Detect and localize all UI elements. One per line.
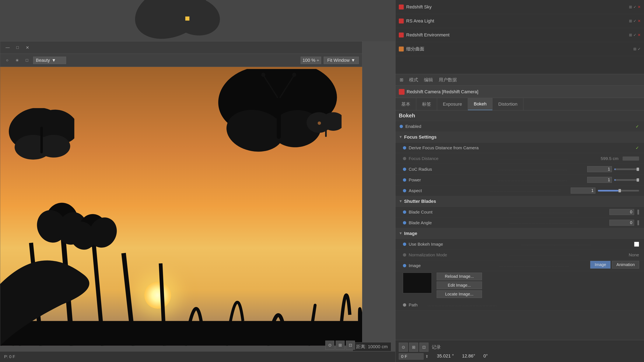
render-image-area [0,67,362,346]
power-slider-track[interactable] [614,179,639,181]
animation-btn[interactable]: Animation [612,261,639,268]
restore-button[interactable]: □ [14,44,21,51]
image-row: Image ..................................… [396,260,644,271]
focus-distance-value: 599.5 cm [590,156,618,161]
path-row: Path ...................................… [396,300,644,310]
minimize-button[interactable]: — [4,44,11,51]
scene-vis-light[interactable]: ⊞ [629,19,632,23]
edit-image-btn[interactable]: Edit Image... [437,282,482,289]
prop-mode-btn[interactable]: 模式 [408,76,420,84]
tab-bokeh[interactable]: Bokeh [468,98,492,110]
image-section-title: Image [404,231,417,236]
enabled-checkmark[interactable]: ✓ [636,124,639,129]
tab-distortion[interactable]: Distortion [492,98,523,110]
frame-input[interactable] [399,353,424,360]
use-bokeh-checkbox[interactable] [634,242,639,247]
properties-toolbar: ⊞ 模式 编辑 用户数据 [396,74,644,86]
prop-userdata-btn[interactable]: 用户数据 [437,76,458,84]
power-input[interactable] [587,177,612,183]
image-type-buttons: Image Animation [590,261,639,268]
tab-basic[interactable]: 基本 [396,98,416,110]
scene-label-sub: 细分曲面 [406,46,631,52]
use-bokeh-image-row: Use Bokeh Image ........................… [396,239,644,250]
normalization-value: None [610,252,639,258]
svg-rect-33 [0,321,362,346]
aspect-label: Aspect [409,188,487,193]
coc-radius-row: CoC Radius .............................… [396,164,644,174]
locate-image-btn[interactable]: Locate Image... [437,290,482,298]
tab-tag[interactable]: 标签 [416,98,437,110]
scene-item-redshift-env[interactable]: Redshift Environment ⊞ ✓ ✕ [396,28,644,42]
image-section-header[interactable]: ▼ Image [396,228,644,239]
derive-focus-label: Derive Focus Distance from Camera [409,146,633,150]
render-window-titlebar: — □ ✕ [0,42,362,54]
blade-angle-label: Blade Angle [409,220,507,225]
beauty-dropdown[interactable]: Beauty ▼ [33,57,66,64]
scene-vis-env[interactable]: ⊞ [629,33,632,37]
focus-distance-row: Focus Distance .........................… [396,153,644,164]
scene-vis-sub[interactable]: ⊞ [633,47,636,51]
viewport-top-area [0,0,395,41]
right-panel: Redshift Sky ⊞ ✓ ✕ RS Area Light ⊞ ✓ ✕ R… [395,0,644,362]
shutter-blades-header[interactable]: ▼ Shutter Blades [396,196,644,207]
blade-count-stepper-up[interactable] [638,210,639,214]
frame-stepper[interactable]: ⬆ [425,354,429,359]
scene-actions-env: ⊞ ✓ ✕ [629,33,641,37]
render-toolbar: ○ ✳ □ Beauty ▼ 100 % ÷ Fit Window ▼ [0,54,362,67]
blade-count-row: Blade Count ............................… [396,207,644,218]
scene-item-subdivision[interactable]: 细分曲面 ⊞ ✓ [396,42,644,56]
scene-del-sky[interactable]: ✕ [638,5,641,9]
frame-icon-1[interactable]: ⊙ [325,340,334,350]
bottom-icon-3[interactable]: ⊡ [420,343,428,352]
frame-icon-2[interactable]: ⊞ [336,340,345,350]
aspect-input[interactable] [571,188,596,194]
use-bokeh-indicator [403,242,406,246]
bottom-icon-1[interactable]: ⊙ [399,343,408,352]
window-controls: — □ ✕ [4,44,31,51]
aspect-slider-track[interactable] [598,190,639,192]
path-label: Path [409,302,425,308]
focus-settings-header[interactable]: ▼ Focus Settings [396,132,644,142]
aspect-dots: ........................................… [490,189,568,192]
scene-check-sub: ✓ [638,47,641,51]
derive-focus-checkmark[interactable]: ✓ [636,146,639,150]
toolbar-icon-3[interactable]: □ [23,57,31,64]
bottom-icon-2[interactable]: ⊞ [409,343,418,352]
image-dots: ........................................… [500,264,588,267]
blade-angle-input[interactable] [610,220,634,226]
prop-toolbar-grid[interactable]: ⊞ [398,76,405,84]
size-label: 距离: 10000 cm [353,342,391,351]
focus-distance-label: Focus Distance [409,156,497,161]
viewport: — □ ✕ ○ ✳ □ Beauty ▼ 100 % ÷ Fit Window … [0,0,395,362]
scene-item-redshift-sky[interactable]: Redshift Sky ⊞ ✓ ✕ [396,0,644,14]
image-btn[interactable]: Image [590,261,610,268]
reload-image-btn[interactable]: Reload Image... [437,273,482,280]
coc-radius-label: CoC Radius [409,167,496,172]
blade-angle-row: Blade Angle ............................… [396,218,644,228]
image-preview-thumbnail[interactable] [403,273,432,293]
scene-del-light[interactable]: ✕ [638,19,641,23]
tab-exposure[interactable]: Exposure [437,98,468,110]
scene-del-env[interactable]: ✕ [638,33,641,37]
close-button[interactable]: ✕ [24,44,31,51]
shutter-blades-title: Shutter Blades [404,199,436,204]
blade-count-input[interactable] [610,209,634,215]
blade-count-dots: ........................................… [509,210,607,214]
toolbar-icon-2[interactable]: ✳ [14,57,21,64]
scene-vis-sky[interactable]: ⊞ [629,5,632,9]
normalization-dots: ........................................… [510,253,608,256]
focus-distance-slider[interactable] [622,156,639,160]
scene-icon-sky [399,4,404,10]
scene-icon-light [399,18,404,24]
frame-icon-3[interactable]: ⊡ [346,340,355,350]
bottom-frame-icons: ⊙ ⊞ ⊡ [399,343,428,352]
fit-window-button[interactable]: Fit Window ▼ [324,57,359,64]
prop-edit-btn[interactable]: 编辑 [422,76,434,84]
coc-radius-slider-track[interactable] [614,168,639,170]
normalization-indicator [403,253,406,256]
scene-item-rs-area-light[interactable]: RS Area Light ⊞ ✓ ✕ [396,14,644,28]
toolbar-icon-1[interactable]: ○ [4,57,11,64]
blade-angle-stepper-up[interactable] [638,220,639,225]
coc-radius-dots: ........................................… [498,168,585,171]
coc-radius-input[interactable] [587,166,612,172]
